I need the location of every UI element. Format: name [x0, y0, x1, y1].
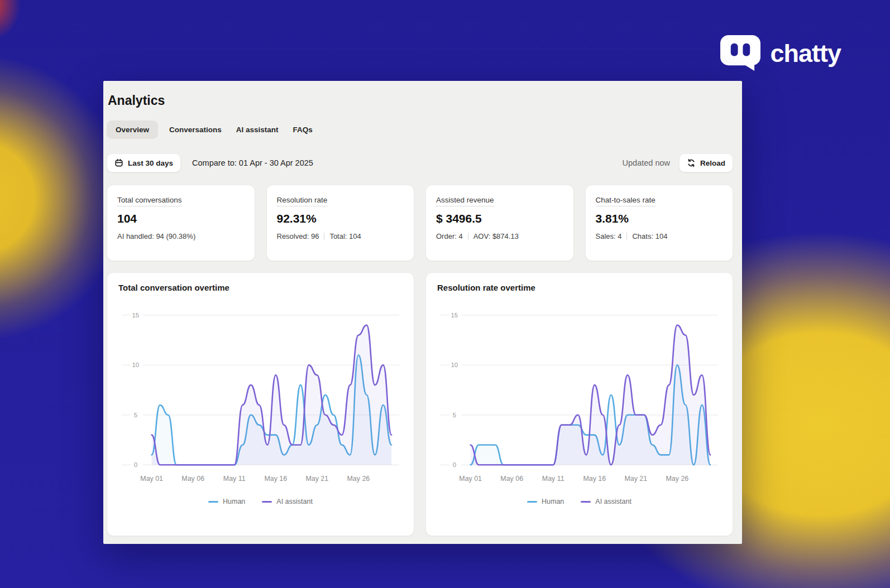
chat-bubble-icon — [720, 35, 762, 72]
svg-text:May 11: May 11 — [223, 475, 246, 483]
stat-card-chat-to-sales: Chat-to-sales rate 3.81% Sales: 4 Chats:… — [585, 185, 734, 261]
stat-value: 92.31% — [277, 212, 404, 225]
svg-text:May 01: May 01 — [459, 475, 482, 483]
svg-text:5: 5 — [134, 412, 137, 418]
legend-swatch — [527, 501, 537, 503]
legend-swatch — [208, 501, 218, 503]
legend-item-ai-assistant[interactable]: AI assistant — [581, 498, 631, 505]
legend-item-ai-assistant[interactable]: AI assistant — [262, 498, 313, 505]
chart-title: Total conversation overtime — [118, 283, 403, 292]
compare-range-text: Compare to: 01 Apr - 30 Apr 2025 — [192, 158, 313, 167]
date-range-button[interactable]: Last 30 days — [107, 153, 181, 172]
svg-text:May 26: May 26 — [347, 475, 370, 483]
svg-text:10: 10 — [132, 362, 139, 368]
analytics-panel: Analytics Overview Conversations AI assi… — [103, 81, 742, 544]
tab-faqs[interactable]: FAQs — [290, 121, 316, 139]
brand-name: chatty — [770, 39, 841, 68]
svg-text:5: 5 — [453, 412, 456, 418]
line-chart: 051015May 01May 06May 11May 16May 21May … — [437, 300, 721, 497]
stat-value: $ 3496.5 — [436, 212, 563, 225]
stat-label[interactable]: Assisted revenue — [436, 196, 494, 206]
tab-overview[interactable]: Overview — [107, 121, 158, 139]
chart-svg: 051015May 01May 06May 11May 16May 21May … — [437, 300, 721, 497]
calendar-icon — [114, 158, 123, 167]
svg-text:15: 15 — [451, 312, 458, 319]
page-title: Analytics — [108, 93, 733, 108]
legend-swatch — [262, 501, 272, 503]
legend-label: Human — [223, 498, 245, 505]
svg-text:10: 10 — [451, 362, 458, 368]
stat-subtext: AI handled: 94 (90.38%) — [117, 232, 195, 240]
stat-value: 104 — [117, 212, 245, 225]
stat-subtext: Chats: 104 — [632, 232, 667, 240]
stat-subtext: Sales: 4 — [596, 232, 622, 240]
chart-svg: 051015May 01May 06May 11May 16May 21May … — [118, 300, 403, 497]
svg-text:May 16: May 16 — [583, 475, 606, 483]
tab-bar: Overview Conversations AI assistant FAQs — [107, 121, 733, 139]
stat-label[interactable]: Total conversations — [117, 196, 182, 206]
legend-swatch — [581, 501, 591, 503]
brand-logo: chatty — [720, 35, 841, 72]
stat-subtext: Resolved: 96 — [277, 232, 319, 240]
svg-text:May 06: May 06 — [500, 475, 523, 483]
reload-icon — [687, 158, 696, 167]
legend-label: AI assistant — [595, 498, 631, 505]
svg-text:0: 0 — [134, 461, 137, 468]
chart-legend: HumanAI assistant — [437, 498, 721, 505]
charts-row: Total conversation overtime 051015May 01… — [107, 272, 733, 536]
stat-subtext: Order: 4 — [436, 232, 463, 240]
svg-text:May 21: May 21 — [624, 475, 647, 483]
stats-row: Total conversations 104 AI handled: 94 (… — [107, 185, 733, 261]
divider — [626, 233, 627, 240]
stat-card-resolution-rate: Resolution rate 92.31% Resolved: 96 Tota… — [266, 185, 415, 261]
updated-status-text: Updated now — [623, 158, 670, 167]
stat-card-total-conversations: Total conversations 104 AI handled: 94 (… — [107, 185, 255, 261]
tab-conversations[interactable]: Conversations — [166, 121, 225, 139]
divider — [324, 233, 324, 240]
legend-item-human[interactable]: Human — [208, 498, 245, 505]
chart-card-resolution-rate-overtime: Resolution rate overtime 051015May 01May… — [425, 272, 733, 536]
stat-label[interactable]: Resolution rate — [277, 196, 328, 206]
tab-ai-assistant[interactable]: AI assistant — [233, 121, 282, 139]
legend-label: AI assistant — [276, 498, 313, 505]
chart-legend: HumanAI assistant — [118, 498, 403, 505]
legend-label: Human — [542, 498, 564, 505]
chart-card-total-conversation-overtime: Total conversation overtime 051015May 01… — [107, 272, 414, 536]
date-range-label: Last 30 days — [128, 159, 173, 167]
chart-title: Resolution rate overtime — [437, 283, 721, 292]
svg-text:May 11: May 11 — [542, 475, 564, 483]
stat-subtext: AOV: $874.13 — [473, 232, 519, 240]
svg-text:May 26: May 26 — [666, 475, 689, 483]
stat-label[interactable]: Chat-to-sales rate — [596, 196, 655, 206]
reload-button[interactable]: Reload — [679, 153, 733, 172]
stat-subtext: Total: 104 — [329, 232, 361, 240]
line-chart: 051015May 01May 06May 11May 16May 21May … — [118, 300, 403, 497]
filter-row: Last 30 days Compare to: 01 Apr - 30 Apr… — [107, 153, 733, 172]
svg-text:May 16: May 16 — [264, 475, 287, 483]
svg-text:May 21: May 21 — [305, 475, 328, 483]
svg-text:0: 0 — [453, 461, 456, 468]
svg-text:May 06: May 06 — [181, 475, 204, 483]
legend-item-human[interactable]: Human — [527, 498, 564, 505]
stat-value: 3.81% — [596, 212, 723, 225]
svg-text:15: 15 — [132, 312, 139, 319]
stat-card-assisted-revenue: Assisted revenue $ 3496.5 Order: 4 AOV: … — [425, 185, 574, 261]
reload-label: Reload — [700, 159, 725, 167]
svg-text:May 01: May 01 — [140, 475, 163, 483]
divider — [468, 233, 468, 240]
